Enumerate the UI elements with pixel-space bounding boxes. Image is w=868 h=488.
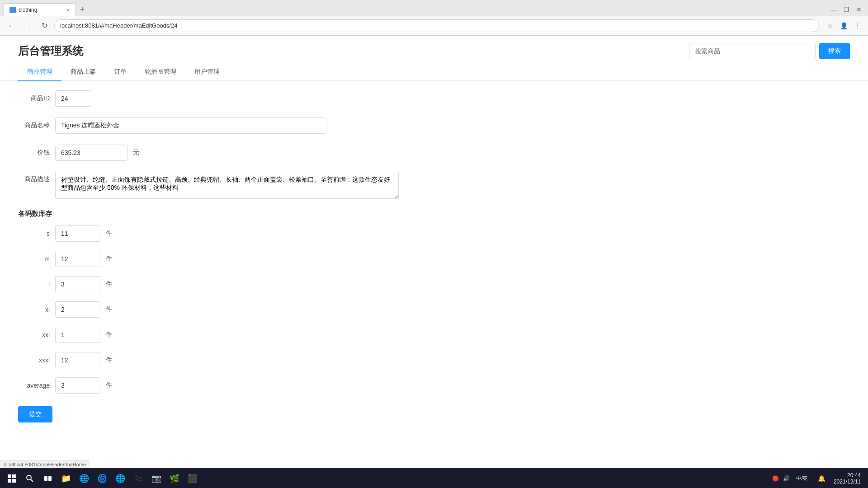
stock-row-s: s 件 (18, 225, 850, 242)
search-area: 搜索 (689, 43, 850, 63)
taskbar: 📁 🌐 🌀 🌐 🛍 📷 🌿 ⬛ 🔴 🔊 中/英 🔔 (0, 468, 868, 469)
stock-label-m: m (18, 255, 50, 263)
price-label: 价钱 (18, 149, 50, 157)
name-row: 商品名称 (18, 117, 850, 134)
form-body: 商品ID 商品名称 价钱 元 商品描述 衬垫设计、纶缝、正面饰有隐藏式拉链、高颈… (0, 81, 868, 432)
tab-users[interactable]: 用户管理 (185, 63, 229, 81)
back-button[interactable]: ← (5, 19, 18, 32)
settings-icon[interactable]: ⋮ (852, 20, 863, 31)
address-bar: ← → ↻ ☆ 👤 ⋮ (0, 16, 868, 35)
forward-button[interactable]: → (22, 19, 34, 32)
bookmark-icon[interactable]: ☆ (825, 20, 835, 31)
favicon (9, 7, 16, 13)
stock-row-xxxl: xxxl 件 (18, 352, 850, 368)
stock-unit-m: 件 (106, 255, 112, 263)
stock-input-m[interactable] (55, 251, 100, 267)
close-tab-button[interactable]: × (66, 6, 70, 14)
browser-chrome: clothing × + — ❐ ✕ ← → ↻ ☆ 👤 ⋮ (0, 0, 868, 36)
stock-row-l: l 件 (18, 276, 850, 292)
app-title: 后台管理系统 (18, 44, 83, 62)
stock-label-xxl: xxl (18, 331, 50, 338)
stock-input-xxl[interactable] (55, 327, 100, 343)
stock-unit-xl: 件 (106, 305, 112, 314)
stock-row-xl: xl 件 (18, 301, 850, 318)
stock-label-s: s (18, 230, 50, 237)
stock-row-m: m 件 (18, 251, 850, 267)
stock-label-average: average (18, 382, 50, 389)
stock-unit-l: 件 (106, 280, 112, 288)
tab-listing[interactable]: 商品上架 (61, 63, 105, 81)
stock-input-s[interactable] (55, 225, 100, 242)
tab-goods[interactable]: 商品管理 (18, 63, 61, 81)
stock-label-xxxl: xxxl (18, 357, 50, 364)
search-input[interactable] (689, 43, 816, 59)
refresh-button[interactable]: ↻ (38, 19, 51, 32)
app-container: 后台管理系统 搜索 商品管理 商品上架 订单 轮播图管理 用户管理 商品ID 商… (0, 36, 868, 469)
price-row: 价钱 元 (18, 145, 850, 161)
stock-section: 各码数库存 s 件 m 件 l 件 xl 件 x (18, 210, 850, 394)
stock-row-xxl: xxl 件 (18, 327, 850, 343)
status-bar: localhost:8081/#/maHeader/maHome (0, 460, 90, 468)
new-tab-button[interactable]: + (76, 3, 89, 16)
desc-row: 商品描述 衬垫设计、纶缝、正面饰有隐藏式拉链、高颈、经典兜帽、长袖、两个正面盖袋… (18, 172, 850, 199)
minimize-button[interactable]: — (828, 4, 839, 15)
stock-unit-xxl: 件 (106, 331, 112, 339)
id-input[interactable] (55, 90, 91, 107)
stock-unit-average: 件 (106, 381, 112, 389)
submit-button[interactable]: 提交 (18, 406, 52, 422)
price-input[interactable] (55, 145, 127, 161)
desc-label: 商品描述 (18, 172, 50, 183)
name-input[interactable] (55, 117, 326, 134)
stock-input-xl[interactable] (55, 301, 100, 318)
stock-label-xl: xl (18, 306, 50, 313)
stock-label-l: l (18, 281, 50, 288)
stock-unit-xxxl: 件 (106, 356, 112, 364)
id-row: 商品ID (18, 90, 850, 107)
active-tab[interactable]: clothing × (4, 3, 76, 16)
tab-orders[interactable]: 订单 (105, 63, 136, 81)
window-controls: — ❐ ✕ (828, 4, 864, 15)
stock-input-average[interactable] (55, 377, 100, 394)
name-label: 商品名称 (18, 122, 50, 130)
price-unit: 元 (133, 149, 139, 157)
nav-tabs: 商品管理 商品上架 订单 轮播图管理 用户管理 (0, 63, 868, 81)
search-button[interactable]: 搜索 (819, 43, 850, 59)
toolbar-icons: ☆ 👤 ⋮ (825, 20, 863, 31)
desc-textarea[interactable]: 衬垫设计、纶缝、正面饰有隐藏式拉链、高颈、经典兜帽、长袖、两个正面盖袋、松紧袖口… (55, 172, 399, 199)
tab-title: clothing (19, 7, 62, 13)
tab-carousel[interactable]: 轮播图管理 (136, 63, 185, 81)
stock-unit-s: 件 (106, 230, 112, 238)
stock-section-title: 各码数库存 (18, 210, 850, 218)
address-input[interactable] (54, 19, 819, 32)
stock-row-average: average 件 (18, 377, 850, 394)
stock-input-l[interactable] (55, 276, 100, 292)
id-label: 商品ID (18, 94, 50, 103)
tab-bar: clothing × + — ❐ ✕ (0, 0, 868, 16)
close-window-button[interactable]: ✕ (854, 4, 864, 15)
stock-input-xxxl[interactable] (55, 352, 100, 368)
app-header: 后台管理系统 搜索 (0, 36, 868, 63)
maximize-button[interactable]: ❐ (841, 4, 852, 15)
profile-icon[interactable]: 👤 (838, 20, 849, 31)
